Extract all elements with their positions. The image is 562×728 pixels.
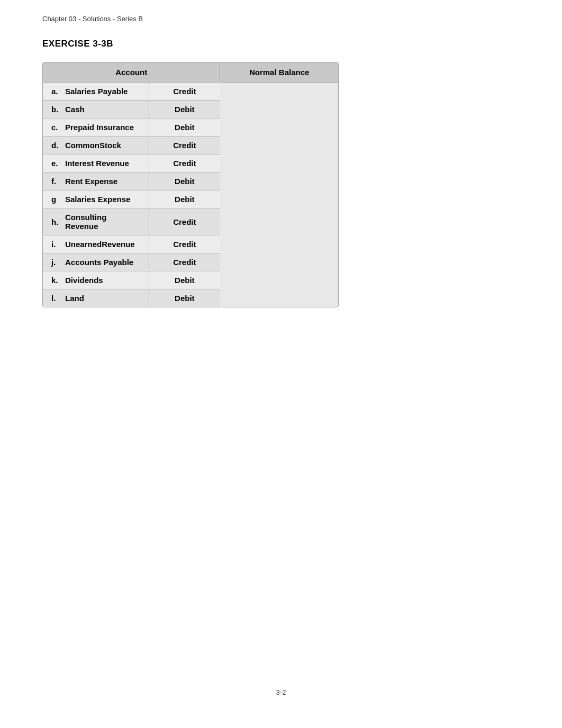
account-cell: d.CommonStock — [43, 136, 149, 154]
account-cell: e.Interest Revenue — [43, 154, 149, 172]
account-cell: gSalaries Expense — [43, 190, 149, 208]
balance-cell: Credit — [149, 83, 220, 100]
account-name: Dividends — [65, 276, 103, 285]
account-name: Salaries Payable — [65, 87, 128, 96]
table-header: Account Normal Balance — [43, 62, 338, 83]
row-letter: k. — [51, 276, 62, 285]
account-cell: b.Cash — [43, 101, 149, 118]
exercise-table-wrapper: Account Normal Balance a.Salaries Payabl… — [42, 62, 339, 307]
account-name: Land — [65, 294, 84, 303]
account-cell: i.UnearnedRevenue — [43, 235, 149, 253]
col-account-header: Account — [43, 62, 220, 83]
row-letter: l. — [51, 294, 62, 303]
exercise-table: Account Normal Balance a.Salaries Payabl… — [43, 62, 338, 307]
row-letter: e. — [51, 159, 62, 168]
table-header-row: Account Normal Balance — [43, 62, 338, 83]
balance-cell: Debit — [149, 271, 220, 289]
table-body: a.Salaries PayableCreditb.CashDebitc.Pre… — [43, 83, 338, 307]
account-name: Cash — [65, 105, 85, 114]
table-row: e.Interest RevenueCredit — [43, 154, 220, 172]
account-name: Salaries Expense — [65, 195, 130, 204]
table-row: gSalaries ExpenseDebit — [43, 190, 220, 208]
table-row: i.UnearnedRevenueCredit — [43, 235, 220, 253]
page-header: Chapter 03 - Solutions - Series B — [0, 0, 562, 28]
table-row: d.CommonStockCredit — [43, 136, 220, 154]
account-cell: a.Salaries Payable — [43, 83, 149, 100]
row-letter: b. — [51, 105, 62, 114]
balance-cell: Debit — [149, 190, 220, 208]
exercise-title: EXERCISE 3-3B — [42, 39, 520, 49]
balance-cell: Debit — [149, 172, 220, 190]
page-footer: 3-2 — [0, 688, 562, 696]
account-name: Accounts Payable — [65, 258, 133, 267]
table-row: h.Consulting RevenueCredit — [43, 208, 220, 235]
col-balance-header: Normal Balance — [220, 62, 338, 83]
account-cell: l.Land — [43, 289, 149, 307]
balance-cell: Debit — [149, 289, 220, 307]
account-name: CommonStock — [65, 141, 121, 150]
account-cell: j.Accounts Payable — [43, 253, 149, 271]
balance-cell: Debit — [149, 119, 220, 136]
table-row: l.LandDebit — [43, 289, 220, 307]
row-letter: a. — [51, 87, 62, 96]
account-name: Prepaid Insurance — [65, 123, 134, 132]
table-row: b.CashDebit — [43, 101, 220, 119]
row-letter: c. — [51, 123, 62, 132]
row-letter: h. — [51, 217, 62, 226]
page-number: 3-2 — [276, 688, 286, 696]
row-letter: d. — [51, 141, 62, 150]
account-name: Rent Expense — [65, 177, 117, 186]
account-cell: f.Rent Expense — [43, 172, 149, 190]
row-letter: i. — [51, 240, 62, 249]
account-name: Consulting Revenue — [65, 213, 140, 231]
main-content: EXERCISE 3-3B Account Normal Balance a.S… — [0, 28, 562, 329]
balance-cell: Credit — [149, 154, 220, 172]
account-cell: c.Prepaid Insurance — [43, 119, 149, 136]
account-cell: k.Dividends — [43, 271, 149, 289]
row-letter: j. — [51, 258, 62, 267]
balance-cell: Credit — [149, 213, 220, 231]
balance-cell: Credit — [149, 235, 220, 253]
account-name: UnearnedRevenue — [65, 240, 135, 249]
balance-cell: Credit — [149, 136, 220, 154]
chapter-label: Chapter 03 - Solutions - Series B — [42, 15, 143, 23]
table-row: f.Rent ExpenseDebit — [43, 172, 220, 190]
balance-cell: Debit — [149, 101, 220, 118]
row-letter: g — [51, 195, 62, 204]
row-letter: f. — [51, 177, 62, 186]
account-name: Interest Revenue — [65, 159, 129, 168]
table-row: c.Prepaid InsuranceDebit — [43, 119, 220, 136]
table-row: j.Accounts PayableCredit — [43, 253, 220, 271]
balance-cell: Credit — [149, 253, 220, 271]
account-cell: h.Consulting Revenue — [43, 208, 149, 235]
table-row: a.Salaries PayableCredit — [43, 83, 220, 101]
table-row: k.DividendsDebit — [43, 271, 220, 289]
